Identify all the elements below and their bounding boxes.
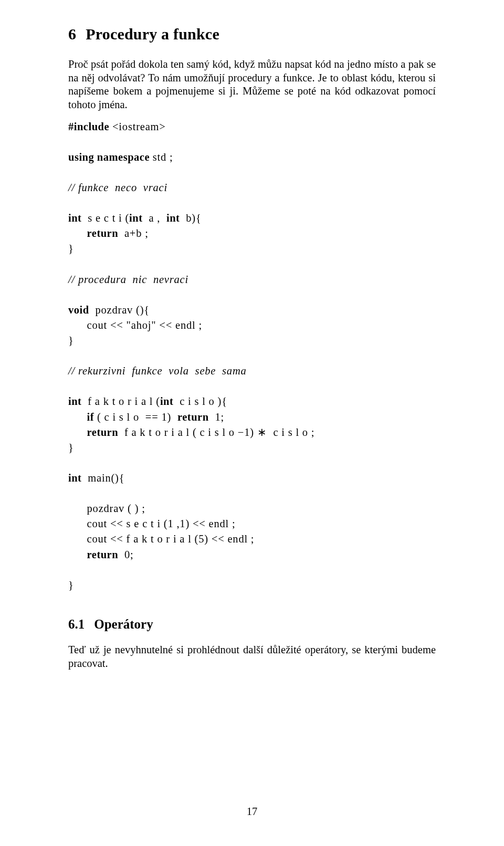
code-text: a , [143,212,166,224]
code-text: s e c t i ( [81,212,129,224]
section-heading: 6Procedury a funkce [68,25,436,43]
code-text: main(){ [81,472,124,484]
code-listing: #include <iostream> using namespace std … [68,119,436,593]
code-comment: // rekurzivni funkce vola sebe sama [68,365,247,377]
code-text: cout << f a k t o r i a l (5) << endl ; [68,533,254,545]
code-kw: return [87,227,119,239]
code-text: c i s l o ){ [173,395,227,407]
code-text: 0; [118,549,133,560]
intro-paragraph: Proč psát pořád dokola ten samý kód, kdy… [68,58,436,112]
code-comment: // funkce neco vraci [68,182,167,193]
code-kw: int [68,212,81,224]
code-text [68,426,87,438]
code-kw: return [87,549,119,560]
code-text: } [68,579,74,591]
section-title: Procedury a funkce [86,25,219,43]
code-text: f a k t o r i a l ( c i s l o −1) ∗ c i … [118,426,314,438]
code-text: b){ [180,212,201,224]
code-kw: if [87,411,94,423]
code-text: a+b ; [118,227,149,239]
subsection-title: Operátory [94,617,153,631]
subsection-number: 6.1 [68,617,85,631]
subsection-heading: 6.1Operátory [68,617,436,632]
code-kw: return [177,411,209,423]
code-kw: int [68,395,81,407]
code-text: } [68,335,74,346]
code-text: <iostream> [109,121,166,132]
code-kw: return [87,426,119,438]
code-kw: void [68,304,89,316]
code-text: f a k t o r i a l ( [81,395,160,407]
code-text: } [68,442,74,453]
code-text: pozdrav (){ [89,304,150,316]
code-kw: int [68,472,81,484]
code-kw: int [166,212,180,224]
code-comment: // procedura nic nevraci [68,274,188,285]
code-text: pozdrav ( ) ; [68,503,145,514]
code-text [68,549,87,560]
code-text: std ; [153,151,173,163]
code-text: } [68,243,74,254]
section-number: 6 [68,25,76,43]
page: 6Procedury a funkce Proč psát pořád doko… [0,0,504,846]
code-text: ( c i s l o == 1) [94,411,177,423]
code-kw: int [160,395,173,407]
code-kw: int [129,212,142,224]
code-text [68,411,87,423]
page-number: 17 [0,806,504,818]
code-kw: using namespace [68,151,153,163]
code-text: cout << s e c t i (1 ,1) << endl ; [68,518,236,529]
code-text: 1; [209,411,224,423]
code-text [68,227,87,239]
code-kw: #include [68,121,109,132]
code-text: cout << "ahoj" << endl ; [68,319,202,331]
subsection-paragraph: Teď už je nevyhnutelné si prohlédnout da… [68,643,436,670]
